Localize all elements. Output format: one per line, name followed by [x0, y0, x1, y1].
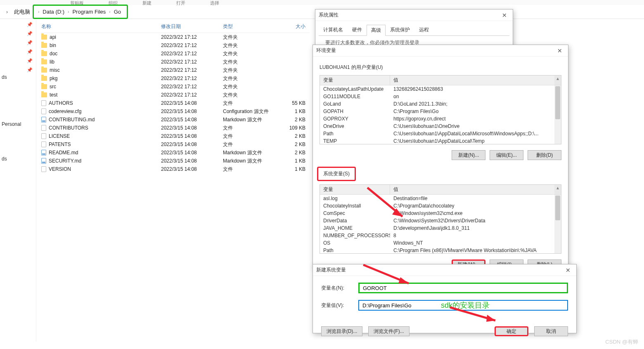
scroll-up-icon[interactable]: ▴: [554, 185, 561, 194]
file-row[interactable]: README.md 2022/3/15 14:08 Markdown 源文件 2…: [41, 149, 310, 157]
env-row[interactable]: asl.logDestination=file: [320, 195, 561, 202]
file-row[interactable]: CONTRIBUTORS 2022/3/15 14:08 文件 109 KB: [41, 124, 310, 132]
pin-icon[interactable]: 📌: [27, 40, 33, 45]
file-list-header[interactable]: 名称 修改日期 类型 大小: [41, 23, 310, 33]
file-icon: [41, 100, 46, 106]
var-name-input[interactable]: [358, 283, 568, 293]
close-icon[interactable]: ✕: [563, 266, 573, 274]
cancel-button[interactable]: 取消: [534, 326, 568, 336]
scrollbar[interactable]: [554, 85, 561, 144]
ribbon-item[interactable]: 选择: [210, 0, 219, 5]
system-vars-label: 系统变量(S): [317, 167, 356, 181]
col-value[interactable]: 值: [390, 185, 554, 194]
edit-user-var-button[interactable]: 编辑(E)...: [490, 150, 523, 160]
breadcrumb-item[interactable]: 此电脑: [12, 7, 33, 17]
env-row[interactable]: GO111MODULEon: [320, 93, 561, 100]
ribbon-item[interactable]: 新建: [142, 0, 152, 5]
col-variable[interactable]: 变量: [320, 75, 390, 85]
pin-icon[interactable]: 📌: [27, 67, 33, 73]
breadcrumb-item[interactable]: Program Files: [70, 7, 108, 16]
env-var-value: C:\Users\lubohuan1\AppData\Local\Temp: [390, 137, 554, 144]
file-row[interactable]: bin 2022/3/22 17:12 文件夹: [41, 41, 310, 50]
file-type: Markdown 源文件: [223, 116, 277, 123]
tab-系统保护[interactable]: 系统保护: [386, 24, 414, 35]
browse-file-button[interactable]: 浏览文件(F)...: [368, 326, 410, 336]
env-var-value: 8: [390, 232, 554, 239]
close-icon[interactable]: ✕: [555, 47, 565, 55]
file-row[interactable]: src 2022/3/22 17:12 文件夹: [41, 83, 310, 91]
env-row[interactable]: JAVA_HOMED:\development\Java\jdk1.8.0_31…: [320, 224, 561, 232]
env-row[interactable]: ChocolateyLastPathUpdate1326829624150288…: [320, 85, 561, 93]
col-type[interactable]: 类型: [223, 23, 277, 30]
sidebar-label[interactable]: Personal: [0, 121, 36, 127]
file-row[interactable]: codereview.cfg 2022/3/15 14:08 Configura…: [41, 107, 310, 116]
env-row[interactable]: NUMBER_OF_PROCESSORS8: [320, 232, 561, 239]
sidebar-label[interactable]: ds: [0, 74, 36, 80]
env-row[interactable]: DriverDataC:\Windows\System32\Drivers\Dr…: [320, 217, 561, 224]
env-row[interactable]: PathC:\Program Files (x86)\VMware\VMware…: [320, 247, 561, 253]
file-row[interactable]: VERSION 2022/3/15 14:08 文件 1 KB: [41, 165, 310, 173]
col-variable[interactable]: 变量: [320, 185, 390, 194]
pin-icon[interactable]: 📌: [27, 31, 33, 36]
folder-icon: [41, 51, 47, 56]
file-row[interactable]: test 2022/3/22 17:12 文件夹: [41, 91, 310, 99]
file-row[interactable]: SECURITY.md 2022/3/15 14:08 Markdown 源文件…: [41, 157, 310, 165]
col-name[interactable]: 名称: [41, 23, 161, 30]
new-system-variable-dialog: 新建系统变量 ✕ 变量名(N): 变量值(V): sdk的安装目录 浏览目录(D…: [313, 264, 577, 333]
file-row[interactable]: PATENTS 2022/3/15 14:08 文件 2 KB: [41, 140, 310, 149]
file-row[interactable]: api 2022/3/22 17:12 文件夹: [41, 33, 310, 41]
nav-root-icon[interactable]: ›: [2, 7, 12, 17]
close-icon[interactable]: ✕: [500, 11, 509, 19]
col-size[interactable]: 大小: [277, 23, 305, 30]
ok-button[interactable]: 确定: [495, 326, 528, 336]
tab-高级[interactable]: 高级: [367, 25, 386, 36]
breadcrumb-item[interactable]: Go: [111, 7, 123, 16]
env-row[interactable]: TEMPC:\Users\lubohuan1\AppData\Local\Tem…: [320, 137, 561, 144]
env-row[interactable]: GOPATHC:\Program Files\Go: [320, 108, 561, 115]
env-var-value: C:\Users\lubohuan1\AppData\Local\Microso…: [390, 130, 554, 137]
file-row[interactable]: doc 2022/3/22 17:12 文件夹: [41, 50, 310, 58]
scrollbar-thumb[interactable]: [555, 86, 560, 119]
pin-icon[interactable]: 📌: [27, 58, 33, 64]
file-row[interactable]: AUTHORS 2022/3/15 14:08 文件 55 KB: [41, 99, 310, 107]
file-row[interactable]: LICENSE 2022/3/15 14:08 文件 2 KB: [41, 132, 310, 140]
file-type: 文件夹: [223, 75, 277, 82]
env-row[interactable]: ComSpecC:\Windows\system32\cmd.exe: [320, 210, 561, 217]
breadcrumb-item[interactable]: Data (D:): [40, 7, 67, 16]
new-user-var-button[interactable]: 新建(N)...: [452, 150, 485, 160]
env-row[interactable]: PathC:\Users\lubohuan1\AppData\Local\Mic…: [320, 130, 561, 137]
env-row[interactable]: ChocolateyInstallC:\ProgramData\chocolat…: [320, 202, 561, 210]
env-var-name: OneDrive: [320, 123, 390, 130]
env-var-name: asl.log: [320, 195, 390, 202]
env-row[interactable]: GOPROXYhttps://goproxy.cn,direct: [320, 115, 561, 123]
scrollbar-thumb[interactable]: [555, 196, 560, 220]
ribbon-item[interactable]: 打开: [176, 0, 185, 5]
file-row[interactable]: misc 2022/3/22 17:12 文件夹: [41, 66, 310, 74]
pin-icon[interactable]: 📌: [27, 49, 33, 54]
delete-user-var-button[interactable]: 删除(D): [528, 150, 561, 160]
sidebar-label[interactable]: ds: [0, 156, 36, 162]
scrollbar[interactable]: [554, 195, 561, 253]
tab-远程[interactable]: 远程: [414, 24, 433, 35]
col-value[interactable]: 值: [390, 75, 554, 85]
browse-dir-button[interactable]: 浏览目录(D)...: [321, 326, 362, 336]
file-size: 1 KB: [277, 166, 305, 172]
dialog-title: 环境变量: [316, 47, 336, 54]
col-date[interactable]: 修改日期: [161, 23, 223, 30]
file-row[interactable]: pkg 2022/3/22 17:12 文件夹: [41, 74, 310, 83]
file-name: misc: [50, 67, 60, 73]
env-row[interactable]: OneDriveC:\Users\lubohuan1\OneDrive: [320, 123, 561, 130]
file-name: test: [50, 92, 57, 98]
scroll-up-icon[interactable]: ▴: [554, 75, 561, 85]
file-row[interactable]: lib 2022/3/22 17:12 文件夹: [41, 58, 310, 66]
file-name: CONTRIBUTORS: [49, 125, 88, 131]
file-type: 文件: [223, 141, 277, 148]
tab-硬件[interactable]: 硬件: [348, 24, 367, 35]
env-row[interactable]: GoLandD:\GoLand 2021.1.3\bin;: [320, 100, 561, 108]
pin-icon[interactable]: 📌: [27, 22, 33, 27]
env-var-value: Destination=file: [390, 195, 554, 202]
env-row[interactable]: OSWindows_NT: [320, 239, 561, 247]
tab-计算机名[interactable]: 计算机名: [319, 24, 348, 35]
file-date: 2022/3/22 17:12: [161, 51, 223, 57]
file-row[interactable]: CONTRIBUTING.md 2022/3/15 14:08 Markdown…: [41, 116, 310, 124]
